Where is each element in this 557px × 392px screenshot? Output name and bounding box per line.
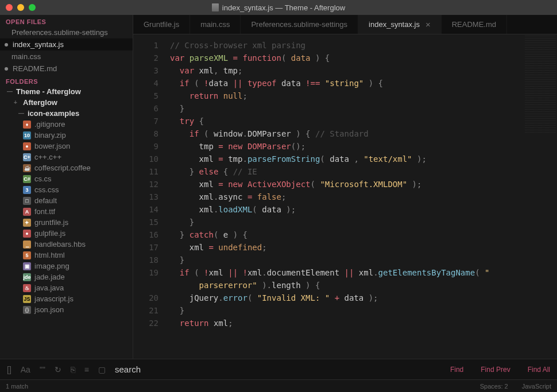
file-item[interactable]: 10binary.zip — [0, 130, 133, 141]
file-label: binary.zip — [34, 131, 66, 139]
status-bar: 1 match Spaces: 2 JavaScript — [0, 379, 557, 392]
search-bar: [] Aa "" ↻ ⎘ ≡ ▢ Find Find Prev Find All — [0, 359, 557, 379]
editor: Gruntfile.jsmain.cssPreferences.sublime-… — [133, 15, 557, 359]
code-line: return xml; — [170, 317, 557, 329]
file-item[interactable]: ☕coffescript.coffee — [0, 162, 133, 173]
filetype-icon: ⎯ — [23, 240, 31, 249]
filetype-icon: JS — [23, 295, 31, 303]
line-number: 21 — [133, 304, 158, 317]
find-prev-button[interactable]: Find Prev — [481, 366, 510, 374]
line-number: 3 — [133, 64, 158, 77]
filetype-icon: ♦ — [23, 121, 31, 129]
filetype-icon: ● — [23, 230, 31, 238]
line-number: 14 — [133, 203, 158, 216]
open-file-item[interactable]: README.md — [0, 63, 133, 75]
folder-afterglow[interactable]: + Afterglow — [0, 97, 133, 108]
tab[interactable]: Gruntfile.js — [133, 15, 190, 34]
file-label: handlebars.hbs — [34, 240, 86, 249]
tab[interactable]: README.md — [442, 15, 507, 34]
filetype-icon: {} — [23, 306, 31, 314]
open-file-item[interactable]: main.css — [0, 51, 133, 63]
file-item[interactable]: 3css.css — [0, 184, 133, 195]
line-gutter[interactable]: 12345678910111213141516171819 202122 — [133, 34, 167, 359]
code-area[interactable]: // Cross-browser xml parsingvar parseXML… — [167, 34, 557, 359]
file-item[interactable]: □default — [0, 195, 133, 206]
sidebar: OPEN FILES Preferences.sublime-settingsi… — [0, 15, 133, 359]
close-icon[interactable]: × — [426, 20, 431, 29]
line-number: 15 — [133, 216, 158, 228]
folder-icon-examples[interactable]: — icon-examples — [0, 108, 133, 119]
code-line: } — [170, 102, 557, 115]
line-number: 2 — [133, 52, 158, 64]
open-file-item[interactable]: index_syntax.js — [0, 38, 133, 51]
code-line: xml = undefined; — [170, 241, 557, 254]
regex-icon[interactable]: [] — [7, 365, 11, 374]
filetype-icon: ☕ — [23, 164, 31, 172]
filetype-icon: jde — [23, 273, 31, 281]
tab-label: README.md — [452, 20, 496, 29]
file-item[interactable]: ●gulpfile.js — [0, 228, 133, 239]
tab-label: Gruntfile.js — [144, 20, 179, 29]
file-item[interactable]: Afont.ttf — [0, 206, 133, 217]
tab[interactable]: index_syntax.js× — [358, 15, 442, 34]
tab-label: index_syntax.js — [369, 20, 420, 29]
file-item[interactable]: ♦.gitignore — [0, 119, 133, 130]
code-line: xml.loadXML( data ); — [170, 203, 557, 216]
file-item[interactable]: ♨java.java — [0, 282, 133, 293]
find-button[interactable]: Find — [450, 366, 463, 374]
tab-label: main.css — [200, 20, 230, 29]
case-sensitive-icon[interactable]: Aa — [21, 365, 30, 374]
status-match-count: 1 match — [6, 383, 28, 390]
tab-label: Preferences.sublime-settings — [251, 20, 347, 29]
tab[interactable]: Preferences.sublime-settings — [241, 15, 358, 34]
disclosure-triangle-icon: + — [14, 99, 20, 106]
file-item[interactable]: {}json.json — [0, 304, 133, 315]
code-line: } — [170, 304, 557, 317]
search-input[interactable] — [115, 364, 433, 374]
code-line: if ( !data || typeof data !== "string" )… — [170, 77, 557, 90]
file-label: java.java — [34, 284, 64, 292]
filetype-icon: 3 — [23, 186, 31, 194]
file-label: javascript.js — [34, 294, 74, 303]
code-line: if ( window.DOMParser ) { // Standard — [170, 127, 557, 140]
in-selection-icon[interactable]: ⎘ — [71, 365, 75, 374]
status-syntax[interactable]: JavaScript — [522, 383, 551, 390]
filetype-icon: 5 — [23, 251, 31, 259]
open-files-heading: OPEN FILES — [0, 15, 133, 26]
window-title: index_syntax.js — Theme - Afterglow — [0, 3, 557, 12]
highlight-icon[interactable]: ≡ — [84, 365, 89, 374]
minimap[interactable] — [525, 36, 556, 133]
find-all-button[interactable]: Find All — [528, 366, 550, 374]
status-indent[interactable]: Spaces: 2 — [480, 383, 508, 390]
line-number: 10 — [133, 153, 158, 165]
tab-bar: Gruntfile.jsmain.cssPreferences.sublime-… — [133, 15, 557, 34]
file-item[interactable]: C+c++.c++ — [0, 152, 133, 162]
file-item[interactable]: ✦gruntfile.js — [0, 217, 133, 228]
preserve-case-icon[interactable]: ▢ — [98, 365, 106, 374]
file-item[interactable]: C#cs.cs — [0, 173, 133, 184]
file-item[interactable]: 5html.html — [0, 250, 133, 261]
file-item[interactable]: ▣image.png — [0, 261, 133, 271]
file-label: json.json — [34, 305, 64, 314]
file-item[interactable]: JSjavascript.js — [0, 293, 133, 304]
line-number — [133, 279, 158, 292]
file-item[interactable]: jdejade.jade — [0, 271, 133, 282]
folder-root[interactable]: — Theme - Afterglow — [0, 86, 133, 97]
folders-heading: FOLDERS — [0, 75, 133, 86]
file-label: font.ttf — [34, 207, 55, 216]
open-file-item[interactable]: Preferences.sublime-settings — [0, 26, 133, 38]
titlebar: index_syntax.js — Theme - Afterglow — [0, 0, 557, 15]
code-line: try { — [170, 115, 557, 127]
tab[interactable]: main.css — [190, 15, 241, 34]
filetype-icon: C# — [23, 175, 31, 183]
file-label: html.html — [34, 251, 65, 259]
line-number: 8 — [133, 127, 158, 140]
code-line: } catch( e ) { — [170, 228, 557, 241]
file-item[interactable]: ●bower.json — [0, 141, 133, 152]
wrap-icon[interactable]: ↻ — [55, 365, 61, 374]
filetype-icon: ✦ — [23, 219, 31, 227]
file-item[interactable]: ⎯handlebars.hbs — [0, 239, 133, 250]
code-line: jQuery.error( "Invalid XML: " + data ); — [170, 292, 557, 304]
whole-word-icon[interactable]: "" — [40, 365, 45, 374]
code-line: var xml, tmp; — [170, 64, 557, 77]
